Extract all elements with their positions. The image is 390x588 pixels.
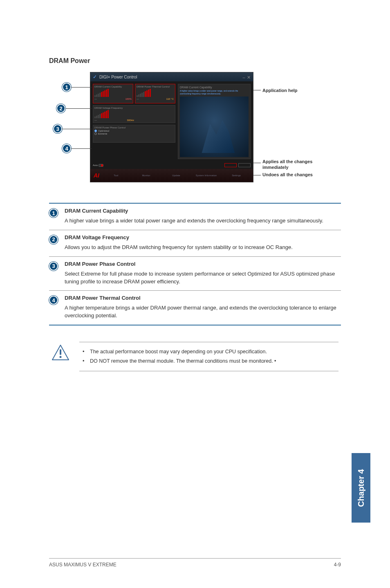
radio-extreme[interactable]: Extreme — [94, 132, 174, 135]
marker-3: 3 — [53, 124, 62, 133]
marker-4: 4 — [62, 144, 71, 153]
annot-undo: Undoes all the changes — [262, 172, 336, 177]
item-text: A higher temperature brings a wider DRAM… — [65, 304, 341, 320]
bottom-tab[interactable]: Tool — [103, 174, 130, 177]
tile-dram-phase[interactable]: DRAM Power Phase Control Optimized Extre… — [93, 125, 175, 143]
screenshot-figure: ✓ DIGI+ Power Control – ✕ DRAM Current C… — [49, 72, 343, 191]
tile-dram-current[interactable]: DRAM Current Capability —100% — [93, 84, 133, 103]
chapter-tab: Chapter 4 — [352, 453, 370, 523]
item-title: DRAM Power Thermal Control — [65, 295, 341, 301]
section-title: DRAM Power — [49, 57, 341, 65]
bottom-tab[interactable]: System Information — [193, 174, 220, 177]
warning-text: The actual performance boost may vary de… — [79, 348, 338, 356]
annot-line — [253, 175, 261, 175]
marker-line — [65, 108, 92, 109]
marker-line — [62, 129, 92, 129]
window-titlebar: ✓ DIGI+ Power Control – ✕ — [90, 72, 253, 81]
item-title: DRAM Current Capability — [65, 208, 341, 214]
footer-right: 4-9 — [334, 562, 341, 568]
tile-label: DRAM Power Phase Control — [94, 126, 174, 129]
annot-line — [253, 90, 261, 90]
radio-off-icon — [94, 132, 97, 135]
tile-dram-voltage[interactable]: DRAM Voltage Frequency —300Hz — [93, 105, 175, 123]
item-badge-4: 4 — [49, 296, 58, 305]
help-image — [180, 97, 249, 157]
app-window: ✓ DIGI+ Power Control – ✕ DRAM Current C… — [90, 72, 253, 182]
help-title: DRAM Current Capability — [180, 86, 249, 89]
apply-button[interactable] — [224, 163, 237, 167]
item-badge-2: 2 — [49, 235, 58, 244]
list-item: 3 DRAM Power Phase Control Select Extrem… — [49, 257, 341, 291]
annot-help: Application help — [262, 88, 336, 93]
help-text: A higher value brings a wider total powe… — [180, 90, 249, 95]
warning-icon — [52, 344, 69, 361]
tile-dram-thermal[interactable]: DRAM Power Thermal Control —110 °C — [135, 84, 175, 103]
tile-value: 110 °C — [166, 98, 173, 100]
item-text: A higher value brings a wider total powe… — [65, 217, 341, 225]
marker-line — [71, 148, 92, 149]
bottom-tab[interactable]: Settings — [223, 174, 250, 177]
check-icon: ✓ — [93, 74, 97, 80]
toggle-icon — [99, 164, 103, 167]
bottom-tab[interactable]: Monitor — [133, 174, 160, 177]
item-badge-3: 3 — [49, 262, 58, 271]
svg-point-2 — [60, 356, 62, 358]
radio-on-icon — [94, 130, 97, 132]
footer-left: ASUS MAXIMUS V EXTREME — [49, 562, 117, 568]
warning-text: DO NOT remove the thermal module. The th… — [79, 357, 338, 365]
item-badge-1: 1 — [49, 209, 58, 218]
ai-logo-icon: AI — [94, 172, 99, 179]
marker-line — [71, 87, 92, 88]
window-title: DIGI+ Power Control — [99, 75, 137, 79]
list-item: 4 DRAM Power Thermal Control A higher te… — [49, 291, 341, 325]
marker-1: 1 — [62, 83, 71, 92]
item-title: DRAM Power Phase Control — [65, 261, 341, 267]
tile-value: 100% — [126, 98, 132, 100]
item-text: Select Extreme for full phase mode to in… — [65, 270, 341, 286]
item-title: DRAM Voltage Frequency — [65, 234, 341, 240]
annot-line — [253, 163, 261, 163]
tile-label: DRAM Power Thermal Control — [137, 85, 174, 88]
bars-icon — [94, 89, 132, 97]
bars-icon — [94, 110, 134, 118]
list-item: 1 DRAM Current Capability A higher value… — [49, 204, 341, 230]
tile-label: DRAM Current Capability — [94, 85, 132, 88]
item-text: Allows you to adjust the DRAM switching … — [65, 244, 341, 251]
bottom-tab[interactable]: Update — [163, 174, 190, 177]
description-list: 1 DRAM Current Capability A higher value… — [49, 203, 341, 325]
auto-toggle[interactable]: Auto — [93, 164, 103, 167]
bottom-bar: AI Tool Monitor Update System Informatio… — [90, 169, 253, 182]
list-item: 2 DRAM Voltage Frequency Allows you to a… — [49, 230, 341, 257]
minimize-icon[interactable]: – — [242, 75, 245, 80]
annot-apply: Applies all the changes immediately — [262, 159, 336, 171]
radio-optimized[interactable]: Optimized — [94, 130, 174, 132]
undo-button[interactable] — [238, 163, 251, 167]
marker-2: 2 — [56, 104, 65, 113]
tile-label: DRAM Voltage Frequency — [94, 107, 174, 109]
svg-rect-1 — [60, 349, 61, 355]
warning-block: The actual performance boost may vary de… — [49, 342, 341, 371]
close-icon[interactable]: ✕ — [247, 75, 251, 80]
help-panel: DRAM Current Capability A higher value b… — [178, 84, 251, 159]
tile-value: 300Hz — [127, 119, 134, 121]
page-footer: ASUS MAXIMUS V EXTREME 4-9 — [49, 558, 341, 568]
bars-icon — [137, 89, 174, 97]
